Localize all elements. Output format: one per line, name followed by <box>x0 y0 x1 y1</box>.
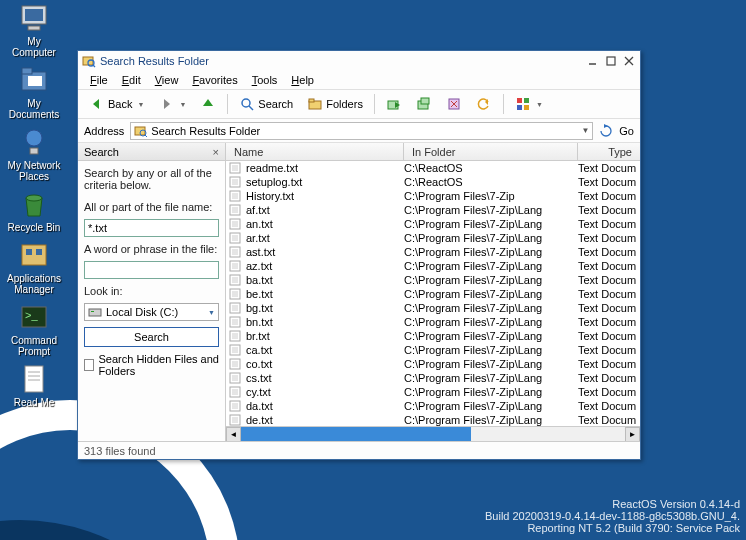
menu-view[interactable]: View <box>149 73 185 87</box>
phrase-input[interactable] <box>84 261 219 279</box>
text-file-icon <box>228 399 242 413</box>
desktop-icon-my-documents[interactable]: My Documents <box>6 64 62 120</box>
window-title: Search Results Folder <box>100 55 582 67</box>
copy-to-button[interactable] <box>411 92 437 116</box>
table-row[interactable]: bg.txtC:\Program Files\7-Zip\LangText Do… <box>226 301 640 315</box>
filename-input[interactable] <box>84 219 219 237</box>
hidden-files-checkbox-row[interactable]: Search Hidden Files and Folders <box>84 353 219 377</box>
table-row[interactable]: History.txtC:\Program Files\7-ZipText Do… <box>226 189 640 203</box>
row-folder: C:\Program Files\7-Zip\Lang <box>404 204 578 216</box>
row-name: bn.txt <box>246 316 404 328</box>
column-header-folder[interactable]: In Folder <box>404 143 578 160</box>
menu-tools[interactable]: Tools <box>246 73 284 87</box>
up-button[interactable] <box>195 92 221 116</box>
scroll-left-arrow[interactable]: ◄ <box>226 427 241 442</box>
address-field[interactable]: Search Results Folder ▼ <box>130 122 593 140</box>
delete-button[interactable] <box>441 92 467 116</box>
table-row[interactable]: bn.txtC:\Program Files\7-Zip\LangText Do… <box>226 315 640 329</box>
table-row[interactable]: an.txtC:\Program Files\7-Zip\LangText Do… <box>226 217 640 231</box>
lookin-label: Look in: <box>84 285 219 297</box>
horizontal-scrollbar[interactable]: ◄ ► <box>226 426 640 441</box>
scroll-track[interactable] <box>241 427 625 442</box>
table-row[interactable]: ast.txtC:\Program Files\7-Zip\LangText D… <box>226 245 640 259</box>
svg-point-8 <box>26 195 42 201</box>
menu-favorites[interactable]: Favorites <box>186 73 243 87</box>
table-row[interactable]: af.txtC:\Program Files\7-Zip\LangText Do… <box>226 203 640 217</box>
svg-rect-4 <box>22 68 32 74</box>
svg-marker-25 <box>93 99 99 109</box>
go-button[interactable]: Go <box>619 125 634 137</box>
back-button[interactable]: Back ▼ <box>84 92 149 116</box>
row-type: Text Docum <box>578 372 640 384</box>
table-row[interactable]: br.txtC:\Program Files\7-Zip\LangText Do… <box>226 329 640 343</box>
search-toolbar-button[interactable]: Search <box>234 92 298 116</box>
table-row[interactable]: ba.txtC:\Program Files\7-Zip\LangText Do… <box>226 273 640 287</box>
row-folder: C:\ReactOS <box>404 176 578 188</box>
status-text: 313 files found <box>84 445 156 457</box>
table-row[interactable]: setuplog.txtC:\ReactOSText Docum <box>226 175 640 189</box>
search-label: Search <box>258 98 293 110</box>
table-row[interactable]: co.txtC:\Program Files\7-Zip\LangText Do… <box>226 357 640 371</box>
svg-line-29 <box>249 106 253 110</box>
undo-button[interactable] <box>471 92 497 116</box>
sidebar-title: Search <box>84 146 119 158</box>
svg-marker-47 <box>604 124 608 128</box>
phrase-label: A word or phrase in the file: <box>84 243 219 255</box>
up-arrow-icon <box>200 96 216 112</box>
minimize-button[interactable] <box>586 54 600 68</box>
chevron-down-icon[interactable]: ▼ <box>581 126 589 135</box>
desktop-icon-label: Command Prompt <box>11 335 57 357</box>
my-network-places-icon <box>18 126 50 158</box>
forward-button[interactable]: ▼ <box>153 92 191 116</box>
row-type: Text Docum <box>578 274 640 286</box>
text-file-icon <box>228 259 242 273</box>
row-type: Text Docum <box>578 386 640 398</box>
column-header-type[interactable]: Type <box>578 143 640 160</box>
text-file-icon <box>228 301 242 315</box>
refresh-icon[interactable] <box>599 124 613 138</box>
desktop-icon-applications-manager[interactable]: Applications Manager <box>6 239 62 295</box>
desktop-icon-my-network-places[interactable]: My Network Places <box>6 126 62 182</box>
table-row[interactable]: be.txtC:\Program Files\7-Zip\LangText Do… <box>226 287 640 301</box>
row-folder: C:\Program Files\7-Zip\Lang <box>404 358 578 370</box>
table-row[interactable]: cs.txtC:\Program Files\7-Zip\LangText Do… <box>226 371 640 385</box>
scroll-right-arrow[interactable]: ► <box>625 427 640 442</box>
desktop-icon-command-prompt[interactable]: >_Command Prompt <box>6 301 62 357</box>
svg-rect-49 <box>91 311 94 312</box>
lookin-select[interactable]: Local Disk (C:) ▼ <box>84 303 219 321</box>
table-row[interactable]: ca.txtC:\Program Files\7-Zip\LangText Do… <box>226 343 640 357</box>
search-button[interactable]: Search <box>84 327 219 347</box>
views-button[interactable]: ▼ <box>510 92 548 116</box>
close-icon[interactable]: × <box>213 146 219 158</box>
desktop-icon-read-me[interactable]: Read Me <box>6 363 62 408</box>
chevron-down-icon: ▼ <box>179 101 186 108</box>
maximize-button[interactable] <box>604 54 618 68</box>
statusbar: 313 files found <box>78 441 640 459</box>
row-folder: C:\Program Files\7-Zip\Lang <box>404 400 578 412</box>
scroll-thumb[interactable] <box>241 427 471 442</box>
move-to-button[interactable] <box>381 92 407 116</box>
menu-edit[interactable]: Edit <box>116 73 147 87</box>
svg-rect-10 <box>26 249 32 255</box>
table-row[interactable]: ar.txtC:\Program Files\7-Zip\LangText Do… <box>226 231 640 245</box>
menu-help[interactable]: Help <box>285 73 320 87</box>
column-header-name[interactable]: Name <box>226 143 404 160</box>
svg-rect-48 <box>89 309 101 316</box>
row-name: be.txt <box>246 288 404 300</box>
close-button[interactable] <box>622 54 636 68</box>
row-name: co.txt <box>246 358 404 370</box>
folders-toolbar-button[interactable]: Folders <box>302 92 368 116</box>
checkbox-icon[interactable] <box>84 359 94 371</box>
desktop-icon-label: Recycle Bin <box>8 222 61 233</box>
table-row[interactable]: da.txtC:\Program Files\7-Zip\LangText Do… <box>226 399 640 413</box>
desktop-icon-recycle-bin[interactable]: Recycle Bin <box>6 188 62 233</box>
table-row[interactable]: cy.txtC:\Program Files\7-Zip\LangText Do… <box>226 385 640 399</box>
row-name: cy.txt <box>246 386 404 398</box>
menu-file[interactable]: File <box>84 73 114 87</box>
desktop-icon-my-computer[interactable]: My Computer <box>6 2 62 58</box>
row-type: Text Docum <box>578 246 640 258</box>
titlebar[interactable]: Search Results Folder <box>78 51 640 71</box>
table-row[interactable]: az.txtC:\Program Files\7-Zip\LangText Do… <box>226 259 640 273</box>
table-row[interactable]: readme.txtC:\ReactOSText Docum <box>226 161 640 175</box>
table-row[interactable]: de.txtC:\Program Files\7-Zip\LangText Do… <box>226 413 640 426</box>
